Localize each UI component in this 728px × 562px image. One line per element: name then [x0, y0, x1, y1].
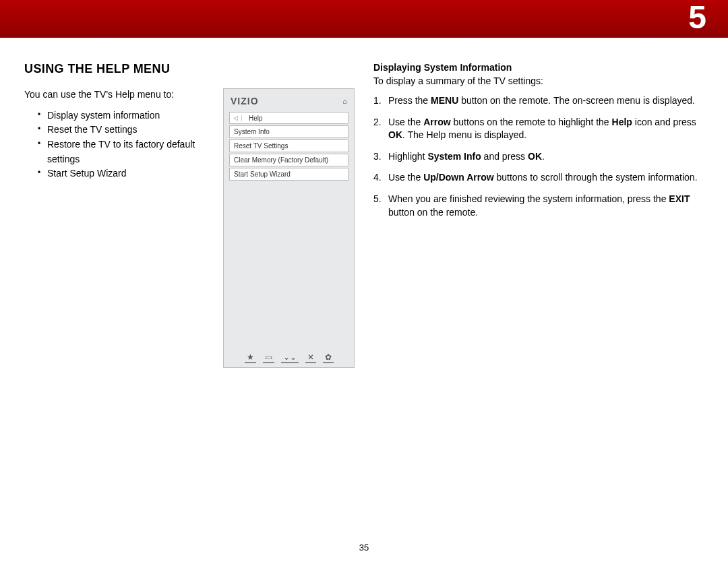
tv-menu-item: Start Setup Wizard — [229, 168, 348, 181]
step-item: Highlight System Info and press OK. — [373, 150, 704, 164]
step-bold: EXIT — [669, 193, 690, 204]
tv-menu: VIZIO ⌂ ◁ Help System Info Reset TV Sett… — [224, 89, 354, 367]
step-text: Highlight — [388, 151, 427, 162]
step-text: Press the — [388, 95, 431, 106]
step-text: When you are finished reviewing the syst… — [388, 193, 669, 204]
step-bold: Up/Down Arrow — [423, 172, 493, 183]
step-text: and press — [481, 151, 528, 162]
chevron-down-icon: ⌄⌄ — [281, 353, 299, 363]
manual-page: 5 Using the Help Menu You can use the TV… — [0, 0, 728, 562]
step-item: When you are finished reviewing the syst… — [373, 193, 704, 219]
list-item: Start Setup Wizard — [38, 166, 208, 181]
tv-menu-item: Clear Memory (Factory Default) — [229, 154, 348, 166]
tv-breadcrumb: ◁ Help — [229, 112, 348, 124]
home-icon: ⌂ — [342, 97, 347, 105]
step-text: Use the — [388, 172, 423, 183]
step-bold: MENU — [431, 95, 458, 106]
subsection-heading: Displaying System Information — [373, 62, 704, 73]
chapter-number: 5 — [688, 0, 706, 36]
step-text: button on the remote. The on-screen menu… — [458, 95, 695, 106]
section-title: Using the Help Menu — [24, 62, 355, 76]
tv-spacer — [229, 182, 348, 350]
gear-icon: ✿ — [323, 353, 334, 363]
close-icon: ✕ — [305, 353, 316, 363]
left-column: Using the Help Menu You can use the TV's… — [24, 62, 355, 368]
step-item: Press the MENU button on the remote. The… — [373, 94, 704, 108]
step-bold: Arrow — [423, 117, 450, 127]
step-text: Use the — [388, 117, 423, 127]
rect-icon: ▭ — [263, 353, 274, 363]
step-text: buttons to scroll through the system inf… — [494, 172, 698, 183]
page-number: 35 — [0, 542, 728, 553]
list-item: Display system information — [38, 108, 208, 123]
intro-text: You can use the TV's Help menu to: — [24, 88, 208, 102]
step-bold: Help — [612, 117, 632, 127]
left-text-block: You can use the TV's Help menu to: Displ… — [24, 88, 208, 181]
tv-logo: VIZIO — [231, 96, 259, 106]
tv-menu-item: Reset TV Settings — [229, 139, 348, 152]
lead-text: To display a summary of the TV settings: — [373, 75, 704, 86]
star-icon: ★ — [245, 353, 256, 363]
chapter-bar: 5 — [0, 0, 728, 38]
back-icon: ◁ — [230, 115, 242, 121]
step-bold: OK — [528, 151, 542, 162]
step-text: . — [542, 151, 545, 162]
step-bold: System Info — [427, 151, 481, 162]
right-column: Displaying System Information To display… — [373, 62, 704, 368]
tv-footer: ★ ▭ ⌄⌄ ✕ ✿ — [229, 350, 348, 363]
step-text: . The Help menu is displayed. — [402, 129, 526, 140]
step-text: button on the remote. — [388, 207, 478, 218]
steps-list: Press the MENU button on the remote. The… — [373, 94, 704, 219]
list-item: Restore the TV to its factory default se… — [38, 137, 208, 166]
step-item: Use the Up/Down Arrow buttons to scroll … — [373, 171, 704, 185]
tv-menu-item: System Info — [229, 125, 348, 138]
tv-header: VIZIO ⌂ — [229, 96, 348, 112]
list-item: Reset the TV settings — [38, 123, 208, 137]
bullet-list: Display system information Reset the TV … — [24, 108, 208, 181]
step-item: Use the Arrow buttons on the remote to h… — [373, 116, 704, 142]
step-bold: OK — [388, 129, 402, 140]
left-row: You can use the TV's Help menu to: Displ… — [24, 88, 355, 368]
step-text: buttons on the remote to highlight the — [451, 117, 612, 127]
tv-menu-screenshot: VIZIO ⌂ ◁ Help System Info Reset TV Sett… — [223, 88, 355, 368]
step-text: icon and press — [632, 117, 696, 127]
page-content: Using the Help Menu You can use the TV's… — [0, 38, 728, 368]
breadcrumb-label: Help — [242, 115, 263, 122]
